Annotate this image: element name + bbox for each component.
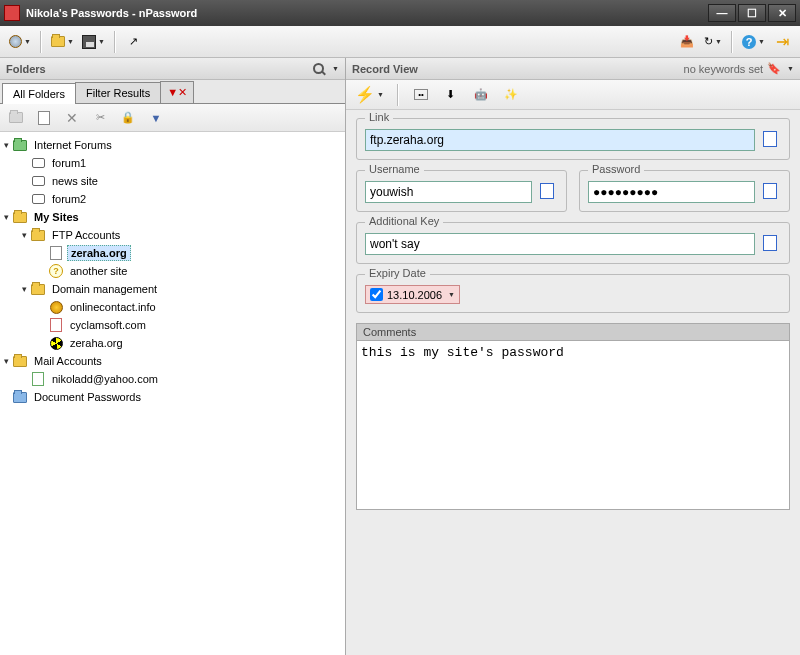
tree-node[interactable]: forum1 [0,154,345,172]
chevron-down-icon[interactable]: ▼ [448,291,455,298]
tree-node[interactable]: ▾Domain management [0,280,345,298]
tree-toggle[interactable]: ▾ [18,284,30,294]
tree-node[interactable]: Document Passwords [0,388,345,406]
copy-link-button[interactable] [761,130,781,150]
tree-label[interactable]: My Sites [31,210,82,224]
tree-node[interactable]: zeraha.org [0,334,345,352]
expiry-picker[interactable]: 13.10.2006 ▼ [365,285,460,304]
tree-toggle[interactable]: ▾ [18,230,30,240]
link-input[interactable] [365,129,755,151]
cut-button[interactable]: ✂ [88,106,112,130]
tree-node[interactable]: onlinecontact.info [0,298,345,316]
save-button[interactable]: ▼ [79,30,108,54]
password-input[interactable] [588,181,755,203]
separator [114,31,116,53]
copy-password-button[interactable] [761,182,781,202]
record-menu-arrow[interactable]: ▼ [787,65,794,72]
new-folder-button[interactable] [4,106,28,130]
password-label: Password [588,163,644,175]
tree-toggle[interactable]: ▾ [0,212,12,222]
open-button[interactable]: ▼ [48,30,77,54]
tab-all-folders[interactable]: All Folders [2,83,76,104]
filter-button[interactable]: ▼ [144,106,168,130]
additional-key-input[interactable] [365,233,755,255]
tree-node[interactable]: zeraha.org [0,244,345,262]
help-button[interactable]: ?▼ [739,30,768,54]
folder-icon [30,227,46,243]
new-record-button[interactable] [32,106,56,130]
tree-label[interactable]: forum2 [49,192,89,206]
tree-label[interactable]: Mail Accounts [31,354,105,368]
agent-button[interactable]: 🤖 [469,83,493,107]
record-header: Record View no keywords set 🔖 ▼ [346,58,800,80]
tree-label[interactable]: Internet Forums [31,138,115,152]
expiry-checkbox[interactable] [370,288,383,301]
tree-label[interactable]: news site [49,174,101,188]
new-db-button[interactable]: ▼ [6,30,34,54]
folders-title: Folders [6,63,46,75]
tab-filter-results[interactable]: Filter Results [75,82,161,103]
tree-label[interactable]: Domain management [49,282,160,296]
expiry-date[interactable]: 13.10.2006 [387,289,442,301]
refresh-button[interactable]: ↻▼ [701,30,725,54]
tree-node[interactable]: ▾My Sites [0,208,345,226]
tree-node[interactable]: forum2 [0,190,345,208]
tree-label[interactable]: another site [67,264,130,278]
tree-label[interactable]: zeraha.org [67,336,126,350]
import-button[interactable]: 📥 [675,30,699,54]
reveal-password-button[interactable]: •• [409,83,433,107]
tree-node[interactable]: ▾FTP Accounts [0,226,345,244]
search-icon[interactable] [313,63,324,74]
link-group: Link [356,118,790,160]
record-form: Link Username Password [346,110,800,520]
folder-icon [12,353,28,369]
maximize-button[interactable]: ☐ [738,4,766,22]
lock-button[interactable]: 🔒 [116,106,140,130]
tree-label[interactable]: forum1 [49,156,89,170]
tree-toggle[interactable]: ▾ [0,140,12,150]
close-button[interactable]: ✕ [768,4,796,22]
keywords-icon[interactable]: 🔖 [767,62,781,75]
copy-addkey-button[interactable] [761,234,781,254]
tree-label[interactable]: FTP Accounts [49,228,123,242]
title-bar: Nikola's Passwords - nPassword — ☐ ✕ [0,0,800,26]
gear-icon [48,299,64,315]
tree-node[interactable]: ▾Mail Accounts [0,352,345,370]
minimize-button[interactable]: — [708,4,736,22]
folders-menu-arrow[interactable]: ▼ [332,65,339,72]
generate-password-button[interactable]: ✨ [499,83,523,107]
chat-icon [30,191,46,207]
folders-header: Folders ▼ [0,58,345,80]
exit-button[interactable]: ⇥ [770,30,794,54]
keywords-status: no keywords set [684,63,763,75]
tab-clear-filter[interactable]: ▼✕ [160,81,194,103]
page-green-icon [30,371,46,387]
download-button[interactable]: ⬇ [439,83,463,107]
tree-label[interactable]: cyclamsoft.com [67,318,149,332]
tree-node[interactable]: news site [0,172,345,190]
delete-button[interactable]: ✕ [60,106,84,130]
tree-node[interactable]: nikoladd@yahoo.com [0,370,345,388]
username-input[interactable] [365,181,532,203]
additional-key-group: Additional Key [356,222,790,264]
tree-label[interactable]: onlinecontact.info [67,300,159,314]
additional-key-label: Additional Key [365,215,443,227]
quick-action-button[interactable]: ⚡▼ [352,83,387,107]
record-toolbar: ⚡▼ •• ⬇ 🤖 ✨ [346,80,800,110]
separator [40,31,42,53]
comments-textarea[interactable] [356,340,790,510]
separator [397,84,399,106]
folder-tree[interactable]: ▾Internet Forumsforum1news siteforum2▾My… [0,132,345,655]
tree-label[interactable]: Document Passwords [31,390,144,404]
record-title: Record View [352,63,418,75]
tree-node[interactable]: ▾Internet Forums [0,136,345,154]
record-pane: Record View no keywords set 🔖 ▼ ⚡▼ •• ⬇ … [346,58,800,655]
popout-button[interactable]: ↗ [122,30,146,54]
tree-label[interactable]: nikoladd@yahoo.com [49,372,161,386]
tree-label[interactable]: zeraha.org [67,245,131,261]
app-icon [4,5,20,21]
tree-toggle[interactable]: ▾ [0,356,12,366]
tree-node[interactable]: ?another site [0,262,345,280]
tree-node[interactable]: cyclamsoft.com [0,316,345,334]
copy-username-button[interactable] [538,182,558,202]
